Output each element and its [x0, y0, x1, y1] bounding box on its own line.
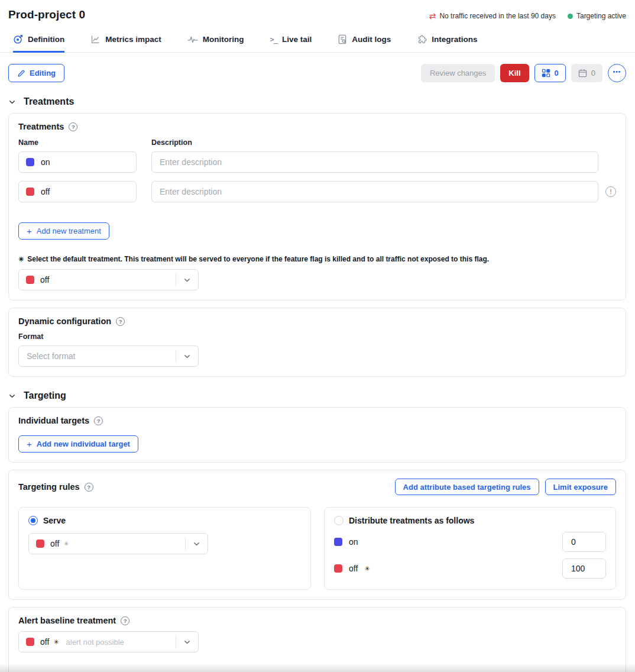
treatment-color-swatch	[334, 538, 342, 546]
tab-audit-logs[interactable]: Audit logs	[338, 34, 391, 53]
treatment-color-swatch	[26, 638, 34, 646]
help-icon[interactable]: ?	[94, 416, 103, 425]
chevron-down-icon	[186, 540, 208, 548]
serve-radio[interactable]	[28, 516, 38, 525]
serve-panel: Serve off ✳	[18, 507, 311, 590]
distribute-row: off ✳	[334, 558, 606, 579]
targeting-rules-card: Targeting rules ? Add attribute based ta…	[8, 470, 626, 600]
treatment-name-field[interactable]	[18, 181, 137, 202]
dynamic-configuration-title: Dynamic configuration	[18, 316, 111, 326]
distribute-percentage-input[interactable]	[562, 532, 606, 552]
metrics-chart-icon	[90, 34, 101, 44]
chevron-down-icon	[176, 638, 198, 646]
treatment-name-input[interactable]	[41, 187, 129, 196]
kill-button[interactable]: Kill	[500, 64, 529, 82]
tab-monitoring[interactable]: Monitoring	[187, 34, 244, 53]
treatment-row	[18, 151, 616, 173]
alert-baseline-card: Alert baseline treatment ? off ✳ alert n…	[8, 607, 626, 672]
treatment-description-input[interactable]	[151, 151, 598, 173]
targeting-status: Targeting active	[568, 12, 626, 20]
alert-not-possible-text: alert not possible	[66, 638, 124, 647]
tab-metrics-impact-label: Metrics impact	[105, 35, 161, 44]
help-icon[interactable]: ?	[116, 317, 125, 326]
limit-exposure-button[interactable]: Limit exposure	[545, 479, 616, 495]
pulse-icon	[187, 35, 198, 44]
help-icon[interactable]: ?	[85, 483, 93, 492]
toolbar-right-group: Review changes Kill 0 0	[421, 64, 626, 82]
tab-audit-logs-label: Audit logs	[352, 35, 391, 44]
action-toolbar: Editing Review changes Kill 0	[8, 64, 626, 82]
dynamic-configuration-card: Dynamic configuration ? Format Select fo…	[8, 308, 626, 377]
targeting-section-toggle[interactable]: Targeting	[8, 390, 626, 401]
distribute-label: Distribute treatments as follows	[349, 516, 474, 525]
terminal-icon: >_	[270, 35, 277, 44]
distribute-percentage-input[interactable]	[562, 558, 606, 579]
add-individual-target-label: Add new individual target	[37, 440, 130, 448]
chevron-down-icon	[176, 276, 198, 284]
warning-icon: !	[605, 186, 616, 197]
serve-treatment-select[interactable]: off ✳	[28, 533, 208, 554]
editing-button-label: Editing	[30, 69, 56, 77]
scheduled-count-button[interactable]: 0	[571, 64, 602, 82]
limit-exposure-label: Limit exposure	[553, 483, 608, 492]
treatment-color-swatch	[36, 539, 44, 548]
tab-definition-label: Definition	[28, 35, 64, 44]
default-asterisk-icon: ✳	[63, 540, 69, 548]
serve-treatment-value: off	[50, 539, 59, 548]
individual-targets-title: Individual targets	[18, 416, 89, 425]
editing-button[interactable]: Editing	[8, 64, 64, 82]
asterisk-icon: ✳	[18, 256, 24, 263]
default-treatment-value: off	[40, 275, 49, 285]
status-group: ⇄ No traffic received in the last 90 day…	[429, 8, 626, 20]
traffic-status-text: No traffic received in the last 90 days	[439, 12, 556, 20]
help-icon[interactable]: ?	[69, 122, 77, 131]
treatments-section-label: Treatments	[24, 96, 74, 107]
tab-live-tail[interactable]: >_ Live tail	[270, 34, 312, 53]
treatment-color-swatch	[26, 276, 34, 284]
tab-bar: Definition Metrics impact Monitoring >_ …	[0, 34, 635, 53]
format-label: Format	[18, 332, 616, 341]
treatment-name-input[interactable]	[41, 157, 129, 167]
default-asterisk-icon: ✳	[53, 638, 59, 646]
chevron-down-icon	[8, 98, 16, 106]
treatments-section-toggle[interactable]: Treatments	[8, 96, 626, 107]
add-treatment-button[interactable]: + Add new treatment	[18, 222, 109, 240]
distribute-radio[interactable]	[334, 516, 344, 525]
default-asterisk-icon: ✳	[364, 565, 370, 573]
targeting-rules-title: Targeting rules	[18, 482, 80, 492]
tab-integrations[interactable]: Integrations	[417, 34, 477, 53]
scheduled-count-value: 0	[591, 69, 595, 77]
help-icon[interactable]: ?	[121, 616, 129, 625]
ellipsis-icon: •••	[613, 69, 621, 75]
changes-count-button[interactable]: 0	[534, 64, 566, 82]
audit-log-icon	[338, 34, 347, 44]
review-changes-label: Review changes	[430, 69, 486, 77]
treatment-color-swatch	[26, 158, 34, 166]
feature-flag-page: Prod-project 0 ⇄ No traffic received in …	[0, 0, 635, 672]
add-attribute-rules-button[interactable]: Add attribute based targeting rules	[395, 479, 539, 495]
distribute-row: on	[334, 532, 606, 552]
changes-count-value: 0	[555, 69, 559, 77]
plus-icon: +	[27, 226, 32, 236]
tab-monitoring-label: Monitoring	[203, 35, 244, 44]
treatment-name-field[interactable]	[18, 151, 137, 173]
add-individual-target-button[interactable]: + Add new individual target	[18, 435, 138, 453]
alert-baseline-select[interactable]: off ✳ alert not possible	[18, 631, 199, 652]
tab-metrics-impact[interactable]: Metrics impact	[90, 34, 161, 53]
treatment-row: !	[18, 181, 616, 202]
treatment-description-input[interactable]	[151, 181, 598, 202]
review-changes-button[interactable]: Review changes	[421, 64, 495, 82]
treatment-color-swatch	[26, 188, 34, 196]
distribute-panel: Distribute treatments as follows on off …	[324, 507, 616, 590]
more-actions-button[interactable]: •••	[608, 64, 626, 82]
format-select[interactable]: Select format	[18, 345, 199, 367]
default-treatment-select[interactable]: off	[18, 269, 199, 290]
distribute-treatment-name: off	[349, 564, 358, 573]
traffic-arrows-icon: ⇄	[429, 12, 436, 20]
tab-integrations-label: Integrations	[432, 35, 477, 44]
targeting-status-text: Targeting active	[576, 12, 626, 20]
add-treatment-label: Add new treatment	[37, 227, 101, 235]
add-attribute-rules-label: Add attribute based targeting rules	[403, 483, 531, 492]
treatments-card-title: Treatments	[18, 122, 64, 131]
tab-definition[interactable]: Definition	[13, 34, 64, 53]
